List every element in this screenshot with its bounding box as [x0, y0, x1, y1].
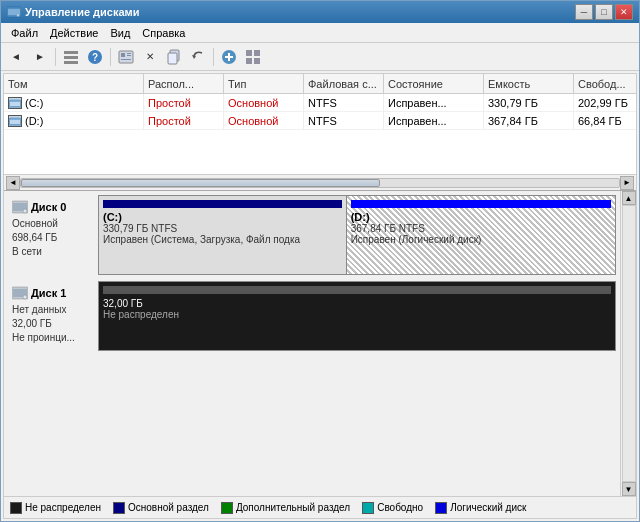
disk0-info: Основной 698,64 ГБ В сети	[12, 217, 94, 259]
th-status[interactable]: Состояние	[384, 74, 484, 93]
svg-rect-19	[246, 50, 252, 56]
app-icon	[7, 5, 21, 19]
scroll-up-btn[interactable]: ▲	[622, 191, 636, 205]
volume-c-icon	[8, 97, 22, 109]
close-button[interactable]: ✕	[615, 4, 633, 20]
legend-free: Свободно	[362, 502, 423, 514]
disk0-title: Диск 0	[12, 199, 94, 215]
toolbar-back[interactable]: ◄	[5, 46, 27, 68]
title-bar-left: Управление дисками	[7, 5, 139, 19]
title-bar: Управление дисками ─ □ ✕	[1, 1, 639, 23]
table-header: Том Распол... Тип Файловая с... Состояни…	[4, 74, 636, 94]
td-d-capacity: 367,84 ГБ	[484, 112, 574, 129]
svg-point-32	[23, 295, 27, 299]
disk-vscrollbar[interactable]: ▲ ▼	[620, 191, 636, 496]
volume-d-icon	[8, 115, 22, 127]
disk0-row: Диск 0 Основной 698,64 ГБ В сети	[8, 195, 616, 275]
scrollbar-thumb[interactable]	[21, 179, 380, 187]
th-layout[interactable]: Распол...	[144, 74, 224, 93]
td-c-fs: NTFS	[304, 94, 384, 111]
svg-rect-21	[246, 58, 252, 64]
legend-logical: Логический диск	[435, 502, 526, 514]
disk1-label: Диск 1 Нет данных 32,00 ГБ Не проинци...	[8, 281, 98, 351]
toolbar: ◄ ► ? ✕	[1, 43, 639, 71]
table-scroll-area[interactable]: (C:) Простой Основной NTFS Исправен... 3…	[4, 94, 636, 174]
scroll-down-btn[interactable]: ▼	[622, 482, 636, 496]
legend-box-logical	[435, 502, 447, 514]
toolbar-forward[interactable]: ►	[29, 46, 51, 68]
th-free[interactable]: Свобод...	[574, 74, 636, 93]
svg-rect-22	[254, 58, 260, 64]
td-c-capacity: 330,79 ГБ	[484, 94, 574, 111]
table-row[interactable]: (D:) Простой Основной NTFS Исправен... 3…	[4, 112, 636, 130]
td-c-volume: (C:)	[4, 94, 144, 111]
th-capacity[interactable]: Емкость	[484, 74, 574, 93]
scroll-left-btn[interactable]: ◄	[6, 176, 20, 190]
svg-rect-26	[10, 120, 20, 124]
disk1-icon	[12, 285, 28, 301]
td-d-type: Основной	[224, 112, 304, 129]
toolbar-sep-2	[110, 48, 111, 66]
td-d-fs: NTFS	[304, 112, 384, 129]
scrollbar-track[interactable]	[20, 178, 620, 188]
th-type[interactable]: Тип	[224, 74, 304, 93]
td-d-volume: (D:)	[4, 112, 144, 129]
menu-file[interactable]: Файл	[5, 26, 44, 40]
maximize-button[interactable]: □	[595, 4, 613, 20]
c-content: (C:) 330,79 ГБ NTFS Исправен (Система, З…	[103, 211, 342, 245]
svg-rect-9	[121, 53, 125, 57]
menu-view[interactable]: Вид	[104, 26, 136, 40]
toolbar-list[interactable]	[60, 46, 82, 68]
toolbar-grid[interactable]	[242, 46, 264, 68]
svg-point-29	[23, 209, 27, 213]
legend-extended: Дополнительный раздел	[221, 502, 350, 514]
svg-text:?: ?	[92, 52, 98, 63]
unallocated-label: Не распределен	[103, 309, 611, 320]
disk0-partitions: (C:) 330,79 ГБ NTFS Исправен (Система, З…	[98, 195, 616, 275]
legend-box-extended	[221, 502, 233, 514]
toolbar-add[interactable]	[218, 46, 240, 68]
th-volume[interactable]: Том	[4, 74, 144, 93]
menu-help[interactable]: Справка	[136, 26, 191, 40]
c-header-bar	[103, 200, 342, 208]
d-content: (D:) 367,84 ГБ NTFS Исправен (Логический…	[351, 211, 611, 245]
main-window: Управление дисками ─ □ ✕ Файл Действие В…	[0, 0, 640, 522]
toolbar-properties[interactable]	[115, 46, 137, 68]
td-c-free: 202,99 ГБ	[574, 94, 636, 111]
partition-c[interactable]: (C:) 330,79 ГБ NTFS Исправен (Система, З…	[99, 196, 347, 274]
legend-box-primary	[113, 502, 125, 514]
disk1-title: Диск 1	[12, 285, 94, 301]
td-c-type: Основной	[224, 94, 304, 111]
svg-rect-12	[121, 59, 131, 60]
td-d-status: Исправен...	[384, 112, 484, 129]
toolbar-sep-3	[213, 48, 214, 66]
vscrollbar-track[interactable]	[622, 205, 636, 482]
table-row[interactable]: (C:) Простой Основной NTFS Исправен... 3…	[4, 94, 636, 112]
toolbar-sep-1	[55, 48, 56, 66]
unallocated-size: 32,00 ГБ	[103, 298, 611, 309]
partition-d[interactable]: (D:) 367,84 ГБ NTFS Исправен (Логический…	[347, 196, 615, 274]
legend-primary: Основной раздел	[113, 502, 209, 514]
disk1-info: Нет данных 32,00 ГБ Не проинци...	[12, 303, 94, 345]
scroll-right-btn[interactable]: ►	[620, 176, 634, 190]
toolbar-copy[interactable]	[163, 46, 185, 68]
disk0-icon	[12, 199, 28, 215]
toolbar-delete[interactable]: ✕	[139, 46, 161, 68]
svg-rect-10	[127, 53, 131, 54]
d-header-bar	[351, 200, 611, 208]
toolbar-undo[interactable]	[187, 46, 209, 68]
td-c-status: Исправен...	[384, 94, 484, 111]
toolbar-help[interactable]: ?	[84, 46, 106, 68]
disk1-row: Диск 1 Нет данных 32,00 ГБ Не проинци...	[8, 281, 616, 351]
table-hscrollbar[interactable]: ◄ ►	[4, 174, 636, 190]
legend-box-unallocated	[10, 502, 22, 514]
th-fs[interactable]: Файловая с...	[304, 74, 384, 93]
svg-rect-14	[168, 53, 177, 64]
disk-visual-wrapper: Диск 0 Основной 698,64 ГБ В сети	[4, 191, 636, 518]
td-d-layout: Простой	[144, 112, 224, 129]
legend-bar: Не распределен Основной раздел Дополните…	[4, 496, 636, 518]
minimize-button[interactable]: ─	[575, 4, 593, 20]
disk-visual-area: Диск 0 Основной 698,64 ГБ В сети	[4, 191, 620, 496]
menu-action[interactable]: Действие	[44, 26, 104, 40]
partition-unallocated[interactable]: 32,00 ГБ Не распределен	[99, 282, 615, 350]
